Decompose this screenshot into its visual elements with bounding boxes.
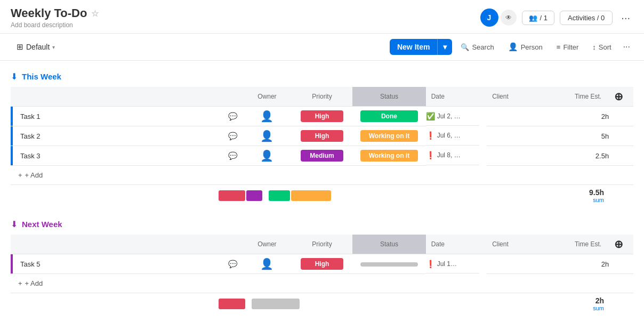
task-status-cell[interactable]: Done [352,107,425,126]
add-task-button-2[interactable]: + + Add [11,275,633,293]
date-check-icon: ✅ [426,112,435,120]
person-filter-button[interactable]: 👤 Person [503,39,548,55]
group-next-week-header[interactable]: ⬇ Next Week [11,219,633,229]
task-client-cell [487,146,548,166]
task-name-text[interactable]: Task 1 [20,112,224,120]
add-label: + Add [25,279,43,287]
user-avatar[interactable]: J [480,9,498,27]
comment-icon[interactable]: 💬 [228,260,237,268]
task-date-cell[interactable]: ❗ Jul 6, … [426,126,479,146]
task-time-cell: 2h [548,107,609,126]
title-area: Weekly To-Do ☆ Add board description [11,6,99,29]
star-icon[interactable]: ☆ [91,9,99,19]
summary-bar-green [269,190,290,201]
sort-button[interactable]: ↕ Sort [587,40,616,54]
task-owner-cell: 👤 [243,107,292,126]
group-this-week: ⬇ This Week Owner Priority Status Date C… [11,71,633,203]
add-label: + Add [25,171,43,179]
task-name-text[interactable]: Task 5 [20,260,224,268]
task-status-cell[interactable] [352,254,425,274]
group-next-week-title: Next Week [22,220,62,229]
chevron-down-icon: ▾ [52,44,55,50]
task-status-cell[interactable]: Working on it [352,146,425,166]
view-mode-icon[interactable]: 👁 [501,10,517,26]
task-priority-cell[interactable]: High [292,126,353,146]
comment-icon[interactable]: 💬 [228,132,237,140]
status-badge: Working on it [360,130,418,142]
task-name-cell: Task 1 💬 [11,107,243,126]
filter-button[interactable]: ≡ Filter [551,40,584,54]
add-task-row: + + Add [11,166,633,185]
priority-badge: Medium [301,150,343,162]
group-chevron-icon: ⬇ [11,71,18,82]
date-alert-icon: ❗ [426,260,435,268]
next-week-table: Owner Priority Status Date Client Time E… [11,235,633,293]
date-text: Jul 6, … [437,132,461,139]
comment-icon[interactable]: 💬 [228,151,237,160]
comment-icon[interactable]: 💬 [228,112,237,120]
view-label: Default [26,43,50,51]
summary-bar-purple [246,190,262,201]
activities-button[interactable]: Activities / 0 [560,11,613,25]
add-column-button-1[interactable]: ⊕ [614,90,623,103]
priority-badge: High [301,110,343,122]
status-badge: Working on it [360,150,418,162]
group-next-week: ⬇ Next Week Owner Priority Status Date C… [11,219,633,311]
grid-icon: ⊞ [17,42,23,52]
summary-time: 9.5h sum [589,188,604,203]
search-button[interactable]: 🔍 Search [455,40,499,54]
this-week-summary: 9.5h sum [11,188,633,203]
summary-time-2: 2h sum [593,296,604,311]
board-subtitle[interactable]: Add board description [11,21,99,29]
new-item-button[interactable]: New Item ▾ [390,39,452,55]
col-name-header [11,235,243,254]
members-button[interactable]: 👥 / 1 [522,11,554,25]
task-date-cell[interactable]: ❗ Jul 1… [426,254,479,273]
col-add-header: ⊕ [609,87,633,107]
col-date-header: Date [426,235,487,254]
task-date-cell[interactable]: ❗ Jul 8, … [426,146,479,165]
table-row: Task 1 💬 👤 High Done ✅ [11,107,633,126]
toolbar: ⊞ Default ▾ New Item ▾ 🔍 Search 👤 Person… [0,34,644,61]
toolbar-more-button[interactable]: ··· [620,40,633,54]
search-icon: 🔍 [461,43,469,51]
owner-avatar-icon[interactable]: 👤 [260,110,273,122]
task-name-text[interactable]: Task 2 [20,132,224,140]
filter-label: Filter [563,43,578,51]
add-column-button-2[interactable]: ⊕ [614,238,623,251]
col-time-header: Time Est. [548,87,609,107]
status-badge [360,262,418,267]
task-name-text[interactable]: Task 3 [20,152,224,160]
avatar-group: J 👁 [480,9,517,27]
owner-avatar-icon[interactable]: 👤 [260,258,273,270]
col-client-header: Client [487,87,548,107]
task-date-cell[interactable]: ✅ Jul 2, … [426,107,479,126]
view-select[interactable]: ⊞ Default ▾ [11,39,61,55]
task-time-cell: 5h [548,126,609,146]
task-priority-cell[interactable]: High [292,107,353,126]
table-row: Task 5 💬 👤 High ❗ Jul [11,254,633,274]
task-owner-cell: 👤 [243,126,292,146]
new-item-label: New Item [390,39,437,55]
task-priority-cell[interactable]: Medium [292,146,353,166]
priority-badge: High [301,130,343,142]
toolbar-right: New Item ▾ 🔍 Search 👤 Person ≡ Filter ↕ … [390,39,633,55]
owner-avatar-icon[interactable]: 👤 [260,130,273,142]
add-task-button[interactable]: + + Add [11,166,633,184]
task-time-cell: 2h [548,254,609,274]
status-badge: Done [360,110,418,122]
col-date-header: Date [426,87,487,107]
header-more-button[interactable]: ··· [618,10,633,26]
new-item-dropdown-arrow[interactable]: ▾ [437,39,452,55]
summary-bars-2 [219,299,300,309]
task-client-cell [487,126,548,146]
task-status-cell[interactable]: Working on it [352,126,425,146]
group-color-bar [11,126,13,146]
task-priority-cell[interactable]: High [292,254,353,274]
search-label: Search [472,43,494,51]
top-header: Weekly To-Do ☆ Add board description J 👁… [0,0,644,34]
group-this-week-header[interactable]: ⬇ This Week [11,71,633,82]
table-row: Task 2 💬 👤 High Working on it ❗ [11,126,633,146]
members-icon: 👥 [529,14,537,22]
owner-avatar-icon[interactable]: 👤 [260,150,273,162]
